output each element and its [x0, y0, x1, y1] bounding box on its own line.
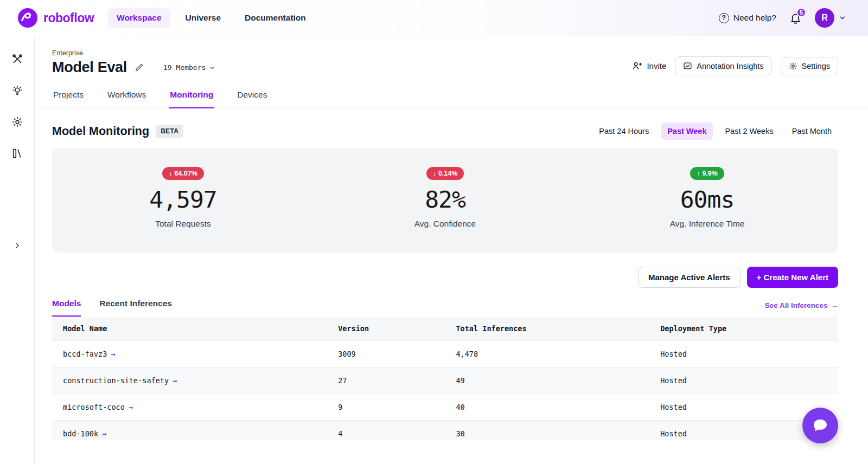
tools-icon[interactable]: [11, 53, 24, 66]
column-header-version: Version: [327, 317, 445, 341]
members-dropdown[interactable]: 19 Members: [163, 63, 215, 72]
edit-pencil-icon[interactable]: [135, 63, 144, 72]
models-table-header-row: Model NameVersionTotal InferencesDeploym…: [52, 317, 838, 341]
stat-value: 4,597: [149, 186, 216, 213]
chevron-down-icon: [209, 65, 215, 71]
model-name-link[interactable]: bdd-100k: [63, 429, 98, 438]
range-past-2-weeks[interactable]: Past 2 Weeks: [718, 123, 780, 140]
table-row: bdd-100k→430Hosted: [52, 421, 838, 441]
tab-devices[interactable]: Devices: [236, 85, 268, 108]
see-all-label: See All Inferences: [765, 301, 828, 310]
table-row: construction-site-safety→2749Hosted: [52, 368, 838, 394]
arrow-right-icon: →: [102, 429, 106, 438]
table-tab-recent-inferences[interactable]: Recent Inferences: [99, 299, 172, 317]
invite-label: Invite: [647, 61, 666, 70]
notification-badge: 5: [796, 8, 806, 17]
create-alert-button[interactable]: + Create New Alert: [747, 267, 838, 288]
nav-links: WorkspaceUniverseDocumentation: [108, 8, 315, 28]
sidebar-expand-chevron[interactable]: [13, 241, 22, 252]
delta-arrow-icon: ↑: [697, 170, 700, 177]
range-past-month[interactable]: Past Month: [786, 123, 838, 140]
stat-label: Total Requests: [155, 219, 211, 229]
nav-link-workspace[interactable]: Workspace: [108, 8, 170, 28]
chat-widget-button[interactable]: [802, 408, 838, 443]
help-icon: ?: [719, 13, 729, 23]
nav-link-universe[interactable]: Universe: [177, 8, 229, 28]
gear-icon: [789, 62, 797, 70]
nav-link-documentation[interactable]: Documentation: [236, 8, 315, 28]
invite-button[interactable]: Invite: [632, 61, 666, 71]
page-title: Model Monitoring: [52, 125, 149, 138]
need-help-button[interactable]: ? Need help?: [719, 13, 776, 23]
settings-button[interactable]: Settings: [781, 57, 838, 75]
version-cell: 3009: [327, 341, 445, 368]
chevron-down-icon: [839, 14, 846, 22]
gear-icon[interactable]: [11, 115, 24, 128]
library-icon[interactable]: [11, 147, 24, 160]
notifications-button[interactable]: 5: [789, 12, 802, 24]
main-content: Enterprise Model Eval 19 Members: [35, 36, 868, 464]
tab-projects[interactable]: Projects: [52, 85, 85, 108]
model-name-link[interactable]: construction-site-safety: [63, 376, 169, 385]
version-cell: 27: [327, 368, 445, 394]
stats-panel: ↓ 64.07% 4,597 Total Requests ↓ 0.14% 82…: [52, 149, 838, 253]
delta-arrow-icon: ↓: [433, 170, 436, 177]
column-header-total-inferences: Total Inferences: [445, 317, 649, 341]
version-cell: 4: [327, 421, 445, 441]
settings-label: Settings: [802, 62, 830, 70]
see-all-inferences-link[interactable]: See All Inferences →: [765, 301, 838, 317]
stat-value: 82%: [425, 186, 465, 213]
column-header-deployment-type: Deployment Type: [649, 317, 838, 341]
deployment-type-cell: Hosted: [649, 368, 838, 394]
monitoring-page: Model Monitoring BETA Past 24 HoursPast …: [35, 108, 868, 464]
model-name-link[interactable]: microsoft-coco: [63, 403, 125, 411]
total-inferences-cell: 4,478: [445, 341, 649, 368]
need-help-label: Need help?: [733, 13, 776, 23]
stat-label: Avg. Inference Time: [670, 219, 745, 229]
stat-label: Avg. Confidence: [414, 219, 476, 229]
tab-monitoring[interactable]: Monitoring: [169, 85, 214, 108]
table-tab-models[interactable]: Models: [52, 299, 81, 317]
time-range-selector: Past 24 HoursPast WeekPast 2 WeeksPast M…: [592, 123, 838, 140]
range-past-24-hours[interactable]: Past 24 Hours: [592, 123, 655, 140]
annotation-insights-label: Annotation Insights: [697, 62, 763, 70]
arrow-right-icon: →: [111, 350, 115, 358]
workspace-title: Model Eval: [52, 59, 127, 76]
plan-label: Enterprise: [52, 49, 215, 57]
top-navbar: roboflow WorkspaceUniverseDocumentation …: [0, 0, 868, 36]
workspace-tabs: ProjectsWorkflowsMonitoringDevices: [35, 85, 868, 108]
beta-badge: BETA: [156, 125, 183, 138]
total-inferences-cell: 49: [445, 368, 649, 394]
models-tabs: ModelsRecent Inferences: [52, 299, 172, 317]
workspace-header: Enterprise Model Eval 19 Members: [35, 36, 868, 76]
lightbulb-icon[interactable]: [11, 84, 24, 97]
version-cell: 9: [327, 394, 445, 421]
column-header-model-name: Model Name: [52, 317, 327, 341]
models-table: Model NameVersionTotal InferencesDeploym…: [52, 317, 838, 440]
delta-arrow-icon: ↓: [169, 170, 172, 177]
arrow-right-icon: →: [173, 376, 177, 385]
total-inferences-cell: 40: [445, 394, 649, 421]
table-row: microsoft-coco→940Hosted: [52, 394, 838, 421]
total-inferences-cell: 30: [445, 421, 649, 441]
account-menu[interactable]: R: [815, 8, 846, 28]
delta-value: 0.14%: [438, 170, 457, 177]
left-sidebar: [0, 36, 35, 464]
members-count: 19 Members: [163, 63, 206, 72]
manage-alerts-button[interactable]: Manage Active Alerts: [638, 267, 741, 288]
annotation-insights-button[interactable]: Annotation Insights: [675, 56, 771, 75]
table-row: bccd-favz3→30094,478Hosted: [52, 341, 838, 368]
model-name-link[interactable]: bccd-favz3: [63, 350, 107, 358]
models-table-container: Model NameVersionTotal InferencesDeploym…: [52, 317, 838, 440]
models-table-body: bccd-favz3→30094,478Hostedconstruction-s…: [52, 341, 838, 441]
roboflow-logo[interactable]: roboflow: [17, 8, 94, 28]
delta-badge: ↓ 64.07%: [162, 167, 204, 180]
range-past-week[interactable]: Past Week: [661, 123, 713, 140]
tab-workflows[interactable]: Workflows: [106, 85, 147, 108]
stat-avg-inference-time: ↑ 9.9% 60ms Avg. Inference Time: [576, 167, 838, 229]
chart-icon: [683, 61, 692, 70]
delta-value: 9.9%: [702, 170, 718, 177]
avatar: R: [815, 8, 834, 28]
stat-avg-confidence: ↓ 0.14% 82% Avg. Confidence: [314, 167, 576, 229]
person-plus-icon: [632, 61, 642, 71]
